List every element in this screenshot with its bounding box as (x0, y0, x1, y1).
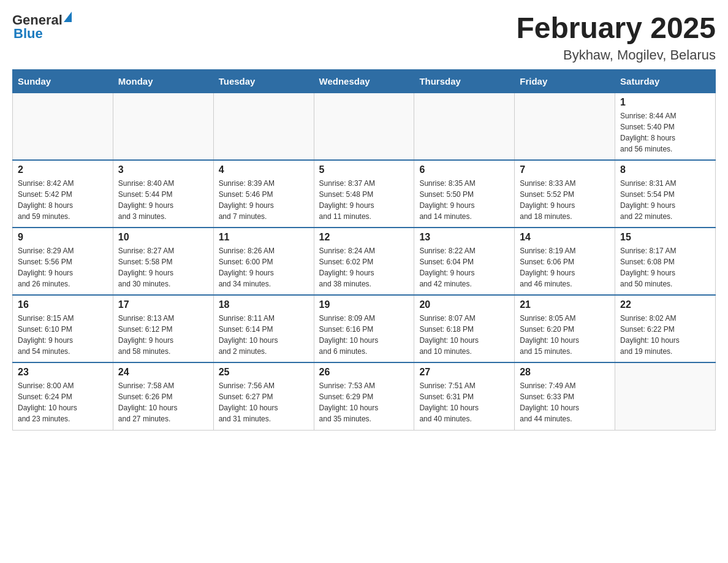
week-row-4: 16Sunrise: 8:15 AM Sunset: 6:10 PM Dayli… (13, 295, 716, 362)
table-cell: 1Sunrise: 8:44 AM Sunset: 5:40 PM Daylig… (615, 93, 716, 160)
day-number: 6 (419, 164, 509, 175)
header-monday: Monday (113, 69, 213, 93)
day-info: Sunrise: 8:09 AM Sunset: 6:16 PM Dayligh… (319, 313, 409, 357)
day-number: 26 (319, 367, 409, 378)
table-cell: 22Sunrise: 8:02 AM Sunset: 6:22 PM Dayli… (615, 295, 716, 362)
table-cell: 11Sunrise: 8:26 AM Sunset: 6:00 PM Dayli… (213, 228, 314, 295)
table-cell: 18Sunrise: 8:11 AM Sunset: 6:14 PM Dayli… (213, 295, 314, 362)
table-cell (414, 93, 515, 160)
day-info: Sunrise: 8:26 AM Sunset: 6:00 PM Dayligh… (219, 245, 309, 289)
day-info: Sunrise: 8:13 AM Sunset: 6:12 PM Dayligh… (118, 313, 208, 357)
day-number: 11 (219, 232, 309, 243)
page-header: General Blue February 2025 Bykhaw, Mogil… (12, 12, 716, 63)
weekday-header-row: Sunday Monday Tuesday Wednesday Thursday… (13, 69, 716, 93)
day-info: Sunrise: 7:49 AM Sunset: 6:33 PM Dayligh… (520, 380, 610, 424)
week-row-3: 9Sunrise: 8:29 AM Sunset: 5:56 PM Daylig… (13, 228, 716, 295)
day-info: Sunrise: 8:00 AM Sunset: 6:24 PM Dayligh… (18, 380, 108, 424)
table-cell: 7Sunrise: 8:33 AM Sunset: 5:52 PM Daylig… (515, 160, 615, 228)
table-cell: 4Sunrise: 8:39 AM Sunset: 5:46 PM Daylig… (213, 160, 314, 228)
day-info: Sunrise: 7:58 AM Sunset: 6:26 PM Dayligh… (118, 380, 208, 424)
table-cell: 3Sunrise: 8:40 AM Sunset: 5:44 PM Daylig… (113, 160, 213, 228)
day-info: Sunrise: 8:44 AM Sunset: 5:40 PM Dayligh… (620, 110, 710, 155)
day-number: 20 (419, 299, 509, 310)
table-cell (314, 93, 414, 160)
location-subtitle: Bykhaw, Mogilev, Belarus (516, 47, 716, 63)
table-cell: 21Sunrise: 8:05 AM Sunset: 6:20 PM Dayli… (515, 295, 615, 362)
header-wednesday: Wednesday (314, 69, 414, 93)
day-number: 25 (219, 367, 309, 378)
day-info: Sunrise: 8:19 AM Sunset: 6:06 PM Dayligh… (520, 245, 610, 289)
table-cell: 27Sunrise: 7:51 AM Sunset: 6:31 PM Dayli… (414, 362, 515, 430)
day-info: Sunrise: 8:39 AM Sunset: 5:46 PM Dayligh… (219, 178, 309, 222)
header-sunday: Sunday (13, 69, 113, 93)
day-number: 23 (18, 367, 108, 378)
day-number: 16 (18, 299, 108, 310)
day-info: Sunrise: 7:51 AM Sunset: 6:31 PM Dayligh… (419, 380, 509, 424)
day-number: 8 (620, 164, 710, 175)
table-cell: 10Sunrise: 8:27 AM Sunset: 5:58 PM Dayli… (113, 228, 213, 295)
day-info: Sunrise: 8:15 AM Sunset: 6:10 PM Dayligh… (18, 313, 108, 357)
day-number: 28 (520, 367, 610, 378)
day-number: 15 (620, 232, 710, 243)
logo: General Blue (12, 12, 72, 42)
day-info: Sunrise: 8:29 AM Sunset: 5:56 PM Dayligh… (18, 245, 108, 289)
header-friday: Friday (515, 69, 615, 93)
table-cell: 8Sunrise: 8:31 AM Sunset: 5:54 PM Daylig… (615, 160, 716, 228)
day-info: Sunrise: 8:24 AM Sunset: 6:02 PM Dayligh… (319, 245, 409, 289)
day-number: 10 (118, 232, 208, 243)
table-cell (615, 362, 716, 430)
table-cell: 6Sunrise: 8:35 AM Sunset: 5:50 PM Daylig… (414, 160, 515, 228)
day-info: Sunrise: 8:35 AM Sunset: 5:50 PM Dayligh… (419, 178, 509, 222)
day-number: 9 (18, 232, 108, 243)
day-number: 22 (620, 299, 710, 310)
day-info: Sunrise: 8:40 AM Sunset: 5:44 PM Dayligh… (118, 178, 208, 222)
week-row-1: 1Sunrise: 8:44 AM Sunset: 5:40 PM Daylig… (13, 93, 716, 160)
day-info: Sunrise: 7:56 AM Sunset: 6:27 PM Dayligh… (219, 380, 309, 424)
title-section: February 2025 Bykhaw, Mogilev, Belarus (516, 12, 716, 63)
day-info: Sunrise: 8:22 AM Sunset: 6:04 PM Dayligh… (419, 245, 509, 289)
table-cell: 17Sunrise: 8:13 AM Sunset: 6:12 PM Dayli… (113, 295, 213, 362)
week-row-5: 23Sunrise: 8:00 AM Sunset: 6:24 PM Dayli… (13, 362, 716, 430)
table-cell: 20Sunrise: 8:07 AM Sunset: 6:18 PM Dayli… (414, 295, 515, 362)
week-row-2: 2Sunrise: 8:42 AM Sunset: 5:42 PM Daylig… (13, 160, 716, 228)
header-tuesday: Tuesday (213, 69, 314, 93)
table-cell: 13Sunrise: 8:22 AM Sunset: 6:04 PM Dayli… (414, 228, 515, 295)
day-info: Sunrise: 8:05 AM Sunset: 6:20 PM Dayligh… (520, 313, 610, 357)
day-info: Sunrise: 8:07 AM Sunset: 6:18 PM Dayligh… (419, 313, 509, 357)
header-saturday: Saturday (615, 69, 716, 93)
month-title: February 2025 (516, 12, 716, 45)
header-thursday: Thursday (414, 69, 515, 93)
table-cell: 12Sunrise: 8:24 AM Sunset: 6:02 PM Dayli… (314, 228, 414, 295)
logo-text-blue: Blue (13, 26, 43, 42)
day-number: 12 (319, 232, 409, 243)
table-cell: 19Sunrise: 8:09 AM Sunset: 6:16 PM Dayli… (314, 295, 414, 362)
day-number: 5 (319, 164, 409, 175)
table-cell: 15Sunrise: 8:17 AM Sunset: 6:08 PM Dayli… (615, 228, 716, 295)
table-cell: 9Sunrise: 8:29 AM Sunset: 5:56 PM Daylig… (13, 228, 113, 295)
day-number: 2 (18, 164, 108, 175)
table-cell (515, 93, 615, 160)
day-number: 4 (219, 164, 309, 175)
day-info: Sunrise: 8:31 AM Sunset: 5:54 PM Dayligh… (620, 178, 710, 222)
table-cell: 16Sunrise: 8:15 AM Sunset: 6:10 PM Dayli… (13, 295, 113, 362)
day-info: Sunrise: 8:33 AM Sunset: 5:52 PM Dayligh… (520, 178, 610, 222)
day-number: 19 (319, 299, 409, 310)
table-cell: 2Sunrise: 8:42 AM Sunset: 5:42 PM Daylig… (13, 160, 113, 228)
day-number: 3 (118, 164, 208, 175)
table-cell (213, 93, 314, 160)
day-number: 17 (118, 299, 208, 310)
table-cell: 23Sunrise: 8:00 AM Sunset: 6:24 PM Dayli… (13, 362, 113, 430)
day-number: 7 (520, 164, 610, 175)
day-info: Sunrise: 8:17 AM Sunset: 6:08 PM Dayligh… (620, 245, 710, 289)
calendar-table: Sunday Monday Tuesday Wednesday Thursday… (12, 69, 716, 431)
day-number: 27 (419, 367, 509, 378)
table-cell: 5Sunrise: 8:37 AM Sunset: 5:48 PM Daylig… (314, 160, 414, 228)
day-info: Sunrise: 8:11 AM Sunset: 6:14 PM Dayligh… (219, 313, 309, 357)
table-cell: 24Sunrise: 7:58 AM Sunset: 6:26 PM Dayli… (113, 362, 213, 430)
table-cell: 25Sunrise: 7:56 AM Sunset: 6:27 PM Dayli… (213, 362, 314, 430)
table-cell (113, 93, 213, 160)
day-number: 24 (118, 367, 208, 378)
table-cell: 28Sunrise: 7:49 AM Sunset: 6:33 PM Dayli… (515, 362, 615, 430)
table-cell: 26Sunrise: 7:53 AM Sunset: 6:29 PM Dayli… (314, 362, 414, 430)
day-info: Sunrise: 7:53 AM Sunset: 6:29 PM Dayligh… (319, 380, 409, 424)
